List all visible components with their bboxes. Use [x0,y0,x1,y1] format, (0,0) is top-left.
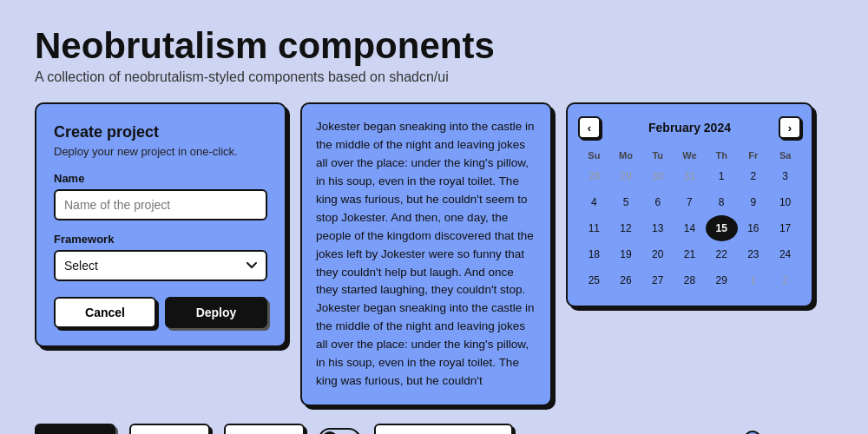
name-label: Name [54,172,267,185]
calendar-prev-button[interactable]: ‹ [578,116,601,139]
calendar-day-cell[interactable]: 1 [738,267,770,293]
calendar-day-cell[interactable]: 24 [769,241,801,267]
calendar-next-button[interactable]: › [779,116,801,139]
bottom-button-1[interactable]: Button [35,424,115,434]
calendar-day-cell[interactable]: 11 [578,215,610,241]
card-subtitle: Deploy your new project in one-click. [54,145,267,158]
calendar-day-cell[interactable]: 22 [706,241,738,267]
deploy-button[interactable]: Deploy [165,297,267,328]
name-input[interactable] [54,189,267,220]
bottom-button-2[interactable]: Button [129,424,210,434]
toggle-switch[interactable] [319,428,360,434]
calendar-day-cell[interactable]: 29 [610,163,642,189]
calendar-week-row: 252627282912 [578,267,801,293]
calendar-week-row: 18192021222324 [578,241,801,267]
calendar-day-cell[interactable]: 28 [578,163,610,189]
calendar-day-cell[interactable]: 27 [641,267,674,293]
card-buttons: Cancel Deploy [54,297,267,328]
calendar-day-cell[interactable]: 17 [769,215,801,241]
calendar-day-cell[interactable]: 29 [706,267,738,293]
calendar-day-cell[interactable]: 16 [738,215,770,241]
toggle-wrapper [319,428,360,434]
calendar-day-cell[interactable]: 19 [610,241,642,267]
calendar-day-cell[interactable]: 13 [641,215,674,241]
calendar-day-cell[interactable]: 25 [578,267,610,293]
create-project-card: Create project Deploy your new project i… [35,102,286,347]
calendar-day-cell[interactable]: 28 [674,267,706,293]
framework-label: Framework [54,233,267,246]
calendar-card: ‹ February 2024 › SuMoTuWeThFrSa 2829303… [566,102,813,307]
calendar-week-row: 11121314151617 [578,215,801,241]
calendar-body: 2829303112345678910111213141516171819202… [578,163,801,293]
calendar-day-cell[interactable]: 7 [674,189,706,215]
cancel-button[interactable]: Cancel [54,297,156,328]
calendar-day-cell[interactable]: 9 [738,189,770,215]
calendar-week-row: 45678910 [578,189,801,215]
bottom-row: Button Button Button John Doe [35,424,833,434]
calendar-day-header: Mo [610,148,642,163]
calendar-header-row: SuMoTuWeThFrSa [578,148,801,163]
calendar-day-cell[interactable]: 23 [738,241,770,267]
calendar-day-header: We [674,148,706,163]
card-title: Create project [54,123,267,141]
text-card-content: Jokester began sneaking into the castle … [316,118,536,391]
calendar-week-row: 28293031123 [578,163,801,189]
calendar-day-cell[interactable]: 3 [769,163,801,189]
calendar-month-title: February 2024 [648,121,731,135]
calendar-day-cell[interactable]: 18 [578,241,610,267]
calendar-day-cell[interactable]: 4 [578,189,610,215]
calendar-day-cell[interactable]: 2 [769,267,801,293]
calendar-day-cell[interactable]: 8 [706,189,738,215]
page-subtitle: A collection of neobrutalism-styled comp… [35,69,833,85]
calendar-day-cell[interactable]: 14 [674,215,706,241]
calendar-day-cell[interactable]: 21 [674,241,706,267]
calendar-day-cell[interactable]: 31 [674,163,706,189]
calendar-day-cell[interactable]: 30 [641,163,674,189]
calendar-day-cell[interactable]: 10 [769,189,801,215]
text-card: Jokester began sneaking into the castle … [300,102,552,406]
calendar-day-header: Tu [641,148,674,163]
cards-row: Create project Deploy your new project i… [35,102,833,406]
calendar-day-cell[interactable]: 20 [641,241,674,267]
calendar-day-cell[interactable]: 26 [610,267,642,293]
calendar-header: ‹ February 2024 › [578,116,801,139]
calendar-day-cell[interactable]: 15 [706,215,738,241]
calendar-day-cell[interactable]: 12 [610,215,642,241]
calendar-day-header: Sa [769,148,801,163]
calendar-day-cell[interactable]: 1 [706,163,738,189]
calendar-day-cell[interactable]: 2 [738,163,770,189]
calendar-day-cell[interactable]: 6 [641,189,674,215]
page-title: Neobrutalism components [35,26,833,66]
bottom-button-3[interactable]: Button [224,424,305,434]
framework-select[interactable]: Select Next.js React Vue [54,250,267,281]
name-text-input[interactable]: John Doe [374,424,513,434]
calendar-day-cell[interactable]: 5 [610,189,642,215]
calendar-day-header: Su [578,148,610,163]
calendar-grid: SuMoTuWeThFrSa 2829303112345678910111213… [578,148,801,293]
calendar-day-header: Th [706,148,738,163]
calendar-day-header: Fr [738,148,770,163]
